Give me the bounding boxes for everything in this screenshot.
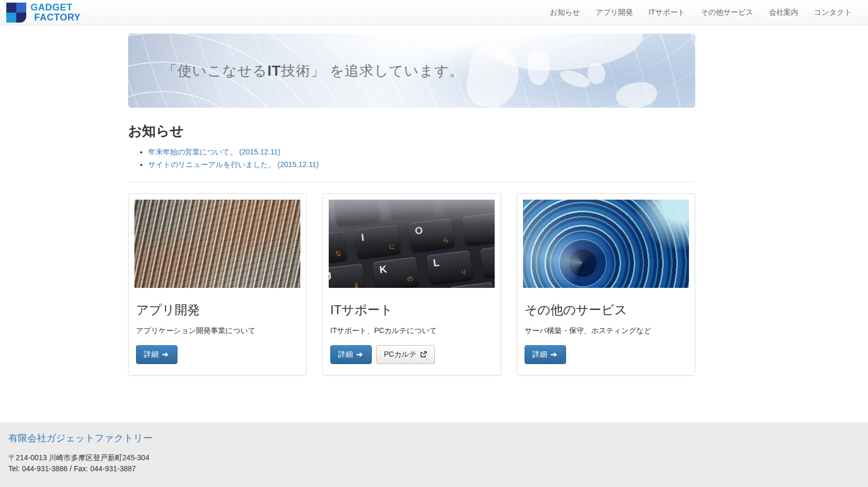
footer-address: 〒214-0013 川崎市多摩区登戸新町245-304 — [8, 452, 860, 463]
arrow-right-icon — [551, 351, 558, 358]
card-actions: 詳細 PCカルテ — [330, 345, 493, 364]
hero-slogan-emphasis: IT — [267, 63, 281, 79]
metal-mesh-photo — [134, 200, 300, 288]
brand-name: GADGET FACTORY — [30, 3, 81, 23]
footer-address-block: 〒214-0013 川崎市多摩区登戸新町245-304 Tel: 044-931… — [8, 452, 860, 474]
detail-button-label: 詳細 — [532, 349, 547, 360]
card-actions: 詳細 — [136, 345, 299, 364]
nav-link-app-dev[interactable]: アプリ開発 — [588, 5, 641, 20]
nav-link-company[interactable]: 会社案内 — [761, 5, 806, 20]
service-cards-row: アプリ開発 アプリケーション開発事業について 詳細 — [128, 193, 695, 376]
nav-link-it-support[interactable]: ITサポート — [641, 5, 693, 20]
hero-banner: 「使いこなせるIT技術」 を追求しています。 — [128, 34, 695, 108]
nav-link-contact[interactable]: コンタクト — [806, 5, 860, 20]
section-divider — [128, 181, 695, 182]
detail-button-label: 詳細 — [338, 349, 353, 360]
card-title: アプリ開発 — [136, 302, 299, 318]
brand-logo[interactable]: GADGET FACTORY — [6, 3, 81, 23]
footer-company-link[interactable]: 有限会社ガジェットファクトリー — [8, 432, 152, 444]
news-link[interactable]: サイトのリニューアルを行いました。 (2015.12.11) — [148, 160, 319, 169]
detail-button[interactable]: 詳細 — [525, 345, 566, 364]
arrow-right-icon — [357, 351, 364, 358]
pc-karte-button-label: PCカルテ — [384, 349, 416, 360]
hero-slogan-open: 「使いこなせる — [163, 63, 267, 79]
card-actions: 詳細 — [525, 345, 687, 364]
card-description: アプリケーション開発事業について — [136, 326, 299, 336]
pc-karte-button[interactable]: PCカルテ — [376, 345, 435, 364]
arrow-right-icon — [162, 351, 170, 358]
news-list: 年末年始の営業について。 (2015.12.11) サイトのリニューアルを行いま… — [128, 148, 695, 170]
card-it-support: Uな Iに Oら Jま Kの Lり — [322, 193, 501, 376]
page-footer: 有限会社ガジェットファクトリー 〒214-0013 川崎市多摩区登戸新町245-… — [0, 422, 868, 487]
news-link[interactable]: 年末年始の営業について。 (2015.12.11) — [148, 148, 280, 156]
main-navigation: お知らせ アプリ開発 ITサポート その他サービス 会社案内 コンタクト — [542, 5, 860, 20]
hero-slogan-rest: 技術」 を追求しています。 — [281, 63, 464, 79]
footer-tel-fax: Tel: 044-931-3886 / Fax: 044-931-3887 — [8, 463, 860, 474]
news-link-text: サイトのリニューアルを行いました。 — [148, 160, 276, 169]
news-list-item: サイトのリニューアルを行いました。 (2015.12.11) — [148, 160, 695, 170]
nav-item-company[interactable]: 会社案内 — [761, 5, 806, 20]
card-description: ITサポート、PCカルテについて — [330, 326, 493, 336]
keyboard-photo: Uな Iに Oら Jま Kの Lり — [329, 200, 495, 288]
card-title: ITサポート — [330, 302, 493, 318]
nav-link-other-services[interactable]: その他サービス — [693, 5, 761, 20]
news-list-item: 年末年始の営業について。 (2015.12.11) — [148, 148, 695, 157]
blue-vortex-photo — [523, 200, 689, 288]
news-link-text: 年末年始の営業について。 — [148, 148, 237, 156]
card-description: サーバ構築・保守、ホスティングなど — [525, 326, 687, 336]
news-section-heading: お知らせ — [128, 122, 695, 140]
nav-link-news[interactable]: お知らせ — [542, 5, 588, 20]
nav-item-news[interactable]: お知らせ — [542, 5, 588, 20]
news-link-date: (2015.12.11) — [239, 148, 280, 156]
hero-slogan: 「使いこなせるIT技術」 を追求しています。 — [163, 61, 464, 80]
detail-button[interactable]: 詳細 — [330, 345, 372, 364]
card-app-dev: アプリ開発 アプリケーション開発事業について 詳細 — [128, 193, 307, 376]
external-link-icon — [420, 351, 427, 358]
card-other-services: その他のサービス サーバ構築・保守、ホスティングなど 詳細 — [517, 193, 695, 376]
news-link-date: (2015.12.11) — [277, 160, 318, 169]
nav-item-app-dev[interactable]: アプリ開発 — [588, 5, 641, 20]
nav-item-it-support[interactable]: ITサポート — [641, 5, 693, 20]
logo-squares-icon — [6, 3, 26, 23]
brand-line1: GADGET — [30, 2, 72, 13]
nav-item-contact[interactable]: コンタクト — [806, 5, 860, 20]
detail-button-label: 詳細 — [144, 349, 159, 360]
nav-item-other-services[interactable]: その他サービス — [693, 5, 761, 20]
card-title: その他のサービス — [525, 302, 687, 318]
detail-button[interactable]: 詳細 — [136, 345, 177, 364]
brand-line2: FACTORY — [34, 12, 81, 23]
top-navbar: GADGET FACTORY お知らせ アプリ開発 ITサポート その他サービス… — [0, 0, 868, 25]
